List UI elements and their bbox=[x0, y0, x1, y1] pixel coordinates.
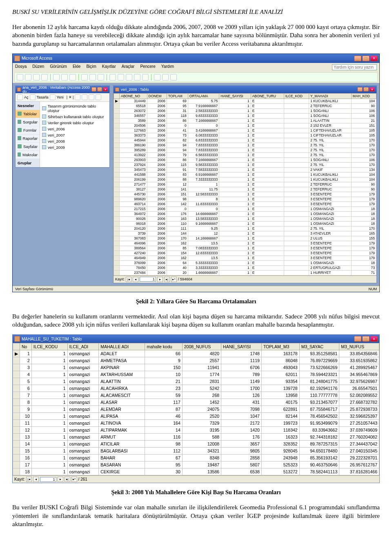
cell[interactable]: 1 bbox=[219, 211, 251, 216]
ds-cell[interactable]: osmangazi bbox=[67, 392, 99, 399]
cell[interactable]: E bbox=[251, 138, 284, 143]
cell[interactable]: E bbox=[251, 202, 284, 206]
cell[interactable]: 2006 bbox=[147, 123, 167, 128]
table-item[interactable]: veri_2006 bbox=[41, 126, 109, 132]
table-item[interactable]: Tasarım görünümünde tablo oluştur bbox=[41, 103, 109, 114]
cell[interactable]: 7.1666666667 bbox=[188, 157, 219, 162]
cell[interactable]: 9.1666666667 bbox=[188, 221, 219, 226]
ds-row-selector[interactable] bbox=[13, 371, 20, 378]
cell[interactable]: 989620 bbox=[120, 197, 147, 202]
ds-cell[interactable]: 1 bbox=[31, 413, 67, 420]
cell[interactable]: 0 bbox=[167, 206, 188, 211]
ds-cell[interactable]: 85.356193142 bbox=[299, 455, 339, 461]
ds-cell[interactable]: ALASAR bbox=[99, 399, 145, 406]
cell[interactable]: 3 ATAEVLER bbox=[309, 231, 351, 236]
ds-cell[interactable]: 1420 bbox=[221, 427, 262, 434]
ds-cell[interactable]: 1 bbox=[31, 364, 67, 371]
ds-row-selector[interactable] bbox=[13, 448, 20, 455]
cell[interactable]: 1 bbox=[219, 251, 251, 255]
ds-cell[interactable]: 87.755846717 bbox=[299, 406, 339, 413]
db-view-small-button[interactable] bbox=[82, 94, 87, 100]
cell[interactable]: 179 bbox=[351, 255, 376, 260]
menu-görünüm[interactable]: Görünüm bbox=[50, 64, 67, 70]
ds-cell[interactable]: ALEMDAR bbox=[99, 406, 145, 413]
ds-cell[interactable]: 21 bbox=[145, 378, 183, 385]
cell[interactable]: 170 bbox=[167, 236, 188, 241]
cell[interactable]: 105 bbox=[351, 133, 376, 138]
ds-cell[interactable]: 27.344437042 bbox=[339, 441, 379, 448]
nav-next-button[interactable]: ▸ bbox=[157, 277, 163, 282]
cell[interactable]: 2006 bbox=[147, 182, 167, 187]
cell[interactable]: 3.4166666667 bbox=[188, 128, 219, 133]
cell[interactable]: 1 OSMANGAZI bbox=[309, 260, 351, 265]
ds-cell[interactable]: 1748 bbox=[221, 350, 262, 357]
row-selector[interactable] bbox=[114, 182, 120, 187]
cell[interactable] bbox=[284, 241, 309, 246]
cell[interactable]: 1 CIFTEHAVUZLAR bbox=[309, 128, 351, 133]
table-item[interactable]: Sihirbazı kullanarak tablo oluştur bbox=[41, 114, 109, 120]
cell[interactable]: 5.3333333333 bbox=[188, 260, 219, 265]
cell[interactable] bbox=[284, 231, 309, 236]
db-view-detail-button[interactable] bbox=[96, 94, 101, 100]
cell[interactable] bbox=[284, 133, 309, 138]
row-selector[interactable] bbox=[114, 148, 120, 152]
cell[interactable]: 1 bbox=[219, 167, 251, 172]
cell[interactable]: 2006 bbox=[147, 197, 167, 202]
ds-cell[interactable]: osmangazi bbox=[67, 364, 99, 371]
cell[interactable]: 3589 bbox=[120, 118, 147, 123]
menu-ekle[interactable]: Ekle bbox=[73, 64, 80, 70]
ds-column-header[interactable]: mahalle kodu bbox=[145, 343, 183, 350]
cell[interactable]: 1 bbox=[219, 148, 251, 152]
ds-cell[interactable]: 622891 bbox=[261, 406, 299, 413]
ds-cell[interactable]: 7 bbox=[20, 392, 32, 399]
ds-cell[interactable]: 2831 bbox=[182, 378, 221, 385]
row-selector[interactable] bbox=[114, 123, 120, 128]
cell[interactable]: 376099 bbox=[120, 260, 147, 265]
ds-cell[interactable]: 7329 bbox=[182, 420, 221, 427]
cell[interactable]: 8 bbox=[188, 197, 219, 202]
toolbar-button[interactable] bbox=[81, 74, 88, 81]
table-item[interactable]: veri_2007 bbox=[41, 132, 109, 138]
ds-cell[interactable]: 1452 bbox=[182, 399, 221, 406]
cell[interactable]: E bbox=[251, 265, 284, 270]
cell[interactable]: 141 bbox=[167, 187, 188, 192]
ds-cell[interactable]: 76.897229669 bbox=[299, 357, 339, 364]
cell[interactable]: 94 bbox=[167, 148, 188, 152]
cell[interactable]: 1 bbox=[219, 246, 251, 251]
cell[interactable]: 2006 bbox=[147, 108, 167, 113]
cell[interactable]: 7.3333333333 bbox=[188, 177, 219, 182]
cell[interactable]: 3739 bbox=[120, 231, 147, 236]
ds-cell[interactable]: 86048 bbox=[261, 357, 299, 364]
cell[interactable]: 2 75. YIL bbox=[309, 138, 351, 143]
db-maximize-button[interactable]: □ bbox=[97, 87, 102, 92]
cell[interactable]: 7.8333333333 bbox=[188, 148, 219, 152]
cell[interactable]: 2 75. YIL bbox=[309, 148, 351, 152]
toolbar-button[interactable] bbox=[25, 74, 31, 81]
cell[interactable]: 176 bbox=[167, 211, 188, 216]
ds-cell[interactable]: osmangazi bbox=[67, 385, 99, 392]
cell[interactable]: 2006 bbox=[147, 128, 167, 133]
cell[interactable]: 1 bbox=[219, 182, 251, 187]
toolbar-button[interactable] bbox=[154, 74, 160, 81]
cell[interactable]: 1 OSMANGAZI bbox=[309, 211, 351, 216]
ds-cell[interactable]: 30 bbox=[145, 468, 183, 475]
db-open-button[interactable] bbox=[17, 94, 23, 100]
cell[interactable]: 3 ESENTEPE bbox=[309, 192, 351, 197]
column-header[interactable]: ABONE_NO bbox=[120, 93, 147, 99]
cell[interactable]: 18 bbox=[351, 260, 376, 265]
db-view-large-button[interactable] bbox=[75, 94, 80, 100]
ds-cell[interactable]: 27.760204082 bbox=[339, 434, 379, 441]
cell[interactable]: 20 bbox=[167, 270, 188, 275]
row-selector[interactable] bbox=[114, 128, 120, 133]
cell[interactable] bbox=[284, 216, 309, 221]
ds-cell[interactable]: 1 bbox=[31, 385, 67, 392]
cell[interactable]: 162 bbox=[167, 241, 188, 246]
ds-cell[interactable]: 1119 bbox=[221, 357, 262, 364]
cell[interactable]: 1 OSMANGAZI bbox=[309, 216, 351, 221]
ds-column-header[interactable]: No bbox=[20, 343, 32, 350]
menu-pencere[interactable]: Pencere bbox=[140, 64, 155, 70]
column-header[interactable]: MAH_KOD bbox=[351, 93, 376, 99]
toolbar-button[interactable] bbox=[118, 74, 124, 81]
cell[interactable]: 170 bbox=[351, 148, 376, 152]
cell[interactable]: E bbox=[251, 187, 284, 192]
